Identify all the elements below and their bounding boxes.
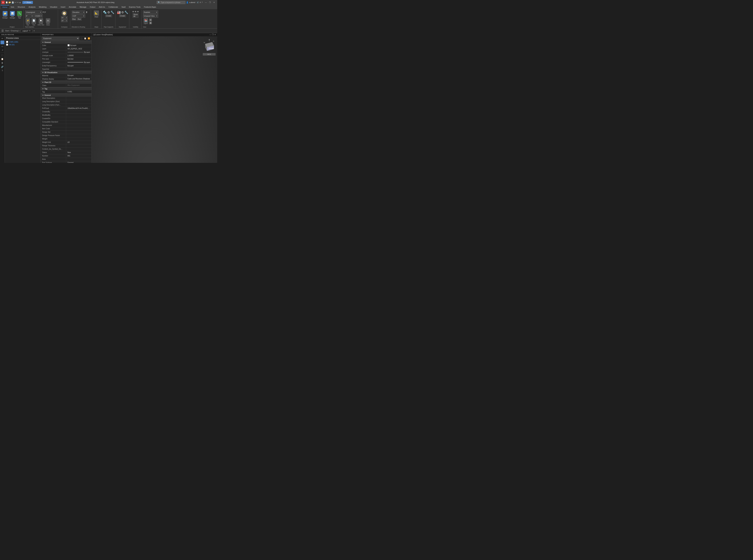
view-icon1[interactable]: ▥ [149, 19, 152, 21]
item-code-value[interactable] [66, 127, 92, 131]
maximize-btn[interactable]: ❐ [208, 1, 212, 4]
pipe-supports-create-btn[interactable]: Create [105, 15, 112, 17]
share-button[interactable]: ↗ Share [22, 1, 33, 4]
pcf-to-pipe-btn[interactable]: 📄 PCF toPipe [31, 18, 37, 26]
nav-cube[interactable]: FRONT W N S WCS [203, 38, 216, 53]
tab-annotate[interactable]: Annotate [67, 5, 78, 9]
general-section-header[interactable]: ▼ General [41, 41, 92, 44]
tab-insert[interactable]: Insert [59, 5, 67, 9]
material-value[interactable]: ByLayer [66, 74, 92, 77]
tab-addins[interactable]: Add-ins [97, 5, 107, 9]
viewport-minimize-btn[interactable]: — [210, 34, 211, 36]
status-value[interactable]: New [66, 151, 92, 154]
qa-open-btn[interactable]: 📂 [8, 1, 11, 4]
rise-btn[interactable]: Rise [72, 18, 76, 21]
short-desc-value[interactable] [66, 97, 92, 100]
tab-close-btn[interactable]: ✕ [29, 30, 31, 32]
angle1-dropdown[interactable]: 45°▼ [61, 16, 67, 19]
design-std-value[interactable] [66, 131, 92, 134]
tag-value[interactable]: U-001 [66, 90, 92, 94]
breadcrumb-start[interactable]: Start [5, 30, 9, 32]
compat-std-value[interactable] [66, 120, 92, 124]
modifiedby-value[interactable] [66, 114, 92, 117]
flange-thickness-value[interactable] [66, 144, 92, 147]
entity-transparency-value[interactable]: ByLayer [66, 64, 92, 67]
help-icon[interactable]: ? [202, 1, 203, 3]
angle2-dropdown[interactable]: 45°▼ [61, 19, 67, 22]
tool-select[interactable]: ↗ [1, 48, 4, 52]
props-icon2[interactable]: 📋 [84, 37, 87, 40]
w-101-checkbox[interactable] [6, 44, 8, 46]
qa-undo-btn[interactable]: ↩ [15, 1, 16, 4]
tool-copy[interactable]: ⬚ [1, 53, 4, 57]
viewport-canvas[interactable]: Z X Y [92, 36, 217, 163]
long-desc-size-value[interactable] [66, 100, 92, 103]
route-pipe-btn[interactable]: 🔧 RoutePipe [17, 11, 23, 19]
props-icon3[interactable]: 🔽 [87, 37, 91, 40]
weight-value[interactable] [66, 137, 92, 141]
view-icon2[interactable]: ▦ [149, 22, 152, 24]
color-value[interactable]: ByLayer [66, 44, 92, 47]
tab-manage[interactable]: Manage [78, 5, 88, 9]
breadcrumb-drawing[interactable]: Drawing1 [11, 30, 19, 32]
plot-style-value[interactable]: ByColor [66, 57, 92, 61]
settings-icon[interactable]: A [200, 1, 201, 3]
tab-featured[interactable]: Featured Apps [142, 5, 158, 9]
unsaved-view-dropdown[interactable]: Unsaved View▼ [143, 14, 158, 18]
slope-icon[interactable]: 📐 [94, 11, 99, 16]
linetype-scale-value[interactable]: 1.00000 [66, 54, 92, 57]
unassigned-dropdown[interactable]: Unassigned ▼ [25, 11, 42, 14]
new-tab-btn[interactable]: + [33, 29, 36, 32]
qa-save-btn[interactable]: 💾 [12, 1, 14, 4]
search-box[interactable]: 🔍 Type a keyword or phrase [157, 1, 185, 4]
pnpguid-value[interactable]: 190e604e-b674-4c79-a041-6c... [66, 107, 92, 110]
compass-icon[interactable]: 🧭 [62, 11, 67, 16]
active-tab[interactable]: eqtest* ✕ [21, 29, 33, 32]
tool-rect[interactable]: ▭ [1, 44, 4, 48]
tool-paste[interactable]: 📋 [1, 57, 4, 61]
tool-link[interactable]: 🔗 [1, 65, 4, 69]
createdon-value[interactable] [66, 117, 92, 120]
spec-dropdown[interactable]: CS300 ▼ [34, 14, 43, 18]
tab-collaborate[interactable]: Collaborate [107, 5, 120, 9]
tag-section-header[interactable]: ▼ Tag [41, 87, 92, 90]
weight-unit-value[interactable]: LB [66, 141, 92, 144]
w-101-label[interactable]: W-101 [9, 44, 15, 46]
tab-express[interactable]: Express Tools [127, 5, 142, 9]
tab-vault[interactable]: Vault [120, 5, 127, 9]
ortho-views-btn[interactable]: ⊞ OrthoViews [45, 18, 51, 26]
tab-modeling[interactable]: Modeling [37, 5, 48, 9]
props-icon1[interactable]: ⬚ [80, 37, 83, 40]
part-subtype-value[interactable]: General [66, 161, 92, 163]
tab-isos[interactable]: Isos [9, 5, 16, 9]
createdby-value[interactable] [66, 110, 92, 114]
cop-dropdown[interactable]: COP▼ [72, 14, 85, 18]
plant3d-section-header[interactable]: ▼ Plant 3D [41, 81, 92, 84]
tab-output[interactable]: Output [88, 5, 97, 9]
cws-1001-label[interactable]: CWS-1001 [9, 41, 18, 43]
content-iso-value[interactable] [66, 147, 92, 151]
cws-1001-checkbox[interactable] [6, 41, 8, 43]
long-desc-fam-value[interactable] [66, 103, 92, 107]
area-value[interactable] [66, 158, 92, 161]
linetype-value[interactable]: ByLayer [66, 51, 92, 54]
data-manager-btn[interactable]: 📊 DataManager [9, 11, 16, 19]
layer-value[interactable]: SR_EQPNZL_NOZ [66, 47, 92, 51]
qa-redo-btn[interactable]: ↪ [17, 1, 19, 4]
lineweight-value[interactable]: ByLayer [66, 61, 92, 64]
close-btn[interactable]: ✕ [212, 1, 216, 4]
class-value[interactable]: Misc Equipment [66, 84, 92, 87]
visualization-section-header[interactable]: ▼ 3D Visualization [41, 71, 92, 74]
viewport-maximize-btn[interactable]: ❐ [212, 34, 214, 36]
hyperlink-value[interactable] [66, 67, 92, 71]
create-ortho-view-btn[interactable]: 🔲 CreateOrtho View [37, 18, 45, 26]
tool-help[interactable]: ? [1, 69, 4, 73]
project-manager-btn[interactable]: 📁 ProjectManager [2, 11, 8, 19]
general2-section-header[interactable]: ▼ General [41, 94, 92, 97]
elevation-dropdown[interactable]: Elevation▼ [72, 11, 85, 14]
user-icon[interactable]: 👤 [186, 1, 189, 4]
equipment-create-btn[interactable]: Create [119, 15, 126, 17]
shadow-value[interactable]: Casts and Receives Shadows [66, 77, 92, 81]
cart-icon[interactable]: 🛒 [197, 1, 199, 4]
layers-btn[interactable]: 📚 Layers [143, 18, 148, 25]
